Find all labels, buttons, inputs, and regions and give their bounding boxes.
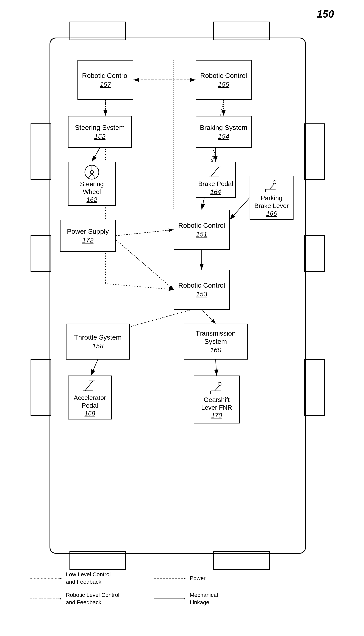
robotic-control-157-number: 157	[100, 81, 111, 88]
robotic-control-151-number: 151	[196, 230, 208, 238]
svg-marker-53	[184, 577, 186, 579]
svg-line-34	[88, 174, 92, 178]
diagram-number: 150	[317, 8, 334, 20]
svg-line-29	[230, 198, 250, 220]
steering-system-152-title: Steering System	[75, 124, 124, 132]
svg-rect-5	[31, 124, 51, 180]
mechanical-line-icon	[154, 597, 186, 601]
robotic-control-151-title: Robotic Control	[178, 221, 225, 230]
legend-item-mechanical: MechanicalLinkage	[154, 591, 234, 606]
accelerator-pedal-168-box: Accelerator Pedal 168	[68, 376, 112, 419]
svg-rect-4	[214, 22, 270, 40]
diagram-svg	[0, 0, 364, 636]
robotic-control-155-number: 155	[218, 81, 230, 88]
svg-rect-7	[31, 360, 51, 415]
svg-rect-9	[31, 236, 51, 272]
steering-system-152-box: Steering System 152	[68, 116, 132, 148]
legend: Low Level Controland Feedback Power Robo…	[30, 571, 330, 606]
steering-wheel-icon	[84, 164, 100, 180]
brake-pedal-164-box: Brake Pedal 164	[196, 162, 236, 198]
brake-pedal-164-number: 164	[210, 188, 221, 196]
robotic-control-153-box: Robotic Control 153	[174, 270, 230, 310]
svg-marker-55	[60, 598, 62, 600]
svg-line-26	[202, 310, 216, 324]
robotic-control-157-title: Robotic Control	[82, 72, 129, 80]
robotic-control-153-title: Robotic Control	[178, 281, 225, 289]
legend-item-power: Power	[154, 571, 234, 585]
brake-pedal-164-title: Brake Pedal	[198, 180, 233, 188]
svg-line-16	[92, 148, 100, 162]
throttle-system-158-box: Throttle System 158	[66, 324, 130, 360]
svg-line-47	[215, 385, 220, 391]
brake-pedal-icon	[208, 164, 224, 180]
robotic-control-151-box: Robotic Control 151	[174, 210, 230, 250]
legend-item-robotic-level: Robotic Level Controland Feedback	[30, 591, 134, 606]
svg-line-20	[116, 230, 174, 236]
svg-line-24	[106, 284, 174, 290]
gearshift-icon	[209, 380, 225, 396]
power-supply-172-box: Power Supply 172	[60, 220, 116, 252]
throttle-system-158-title: Throttle System	[74, 333, 122, 341]
svg-line-25	[120, 310, 192, 330]
transmission-system-160-number: 160	[210, 346, 222, 354]
svg-line-27	[91, 360, 98, 376]
steering-wheel-162-number: 162	[86, 196, 97, 203]
steering-wheel-162-box: Steering Wheel 162	[68, 162, 116, 206]
svg-line-43	[85, 381, 93, 391]
throttle-system-158-number: 158	[92, 342, 104, 350]
svg-rect-8	[304, 360, 324, 415]
power-line-icon	[154, 576, 186, 580]
braking-system-154-title: Braking System	[200, 124, 248, 132]
parking-brake-lever-166-box: Parking Brake Lever 166	[250, 176, 294, 220]
svg-point-46	[218, 382, 221, 385]
braking-system-154-box: Braking System 154	[196, 116, 252, 148]
robotic-control-157-box: Robotic Control 157	[78, 60, 134, 100]
power-supply-172-title: Power Supply	[67, 227, 109, 236]
legend-item-low-level: Low Level Controland Feedback	[30, 571, 134, 585]
accelerator-pedal-icon	[82, 378, 98, 394]
steering-wheel-162-title: Steering Wheel	[70, 180, 114, 196]
parking-brake-lever-166-title: Parking Brake Lever	[252, 194, 291, 210]
transmission-system-160-box: Transmission System 160	[184, 324, 248, 360]
braking-system-154-number: 154	[218, 133, 230, 140]
svg-line-21	[116, 240, 174, 290]
gearshift-lever-170-box: Gearshift Lever FNR 170	[194, 376, 240, 423]
robotic-control-155-box: Robotic Control 155	[196, 60, 252, 100]
legend-low-level-label: Low Level Controland Feedback	[66, 571, 110, 585]
legend-power-label: Power	[190, 575, 206, 581]
diagram-container: 150	[0, 0, 364, 636]
accelerator-pedal-168-title: Accelerator Pedal	[70, 394, 110, 409]
svg-rect-6	[304, 124, 324, 180]
svg-rect-3	[70, 22, 126, 40]
svg-line-35	[92, 174, 96, 178]
svg-point-32	[90, 171, 94, 174]
steering-system-152-number: 152	[94, 133, 106, 140]
svg-line-36	[211, 167, 219, 177]
legend-robotic-level-label: Robotic Level Controland Feedback	[66, 591, 120, 606]
svg-marker-51	[60, 577, 62, 579]
gearshift-lever-170-title: Gearshift Lever FNR	[196, 396, 238, 411]
transmission-system-160-title: Transmission System	[186, 329, 246, 346]
robotic-control-153-number: 153	[196, 290, 208, 298]
svg-point-39	[273, 181, 276, 184]
low-level-line-icon	[30, 576, 62, 580]
gearshift-lever-170-number: 170	[211, 412, 222, 419]
legend-mechanical-label: MechanicalLinkage	[190, 591, 218, 606]
robotic-control-155-title: Robotic Control	[200, 72, 247, 80]
accelerator-pedal-168-number: 168	[84, 410, 95, 417]
svg-marker-57	[184, 598, 186, 600]
svg-line-28	[216, 360, 217, 376]
parking-brake-icon	[264, 178, 280, 194]
robotic-level-line-icon	[30, 597, 62, 601]
svg-line-40	[270, 184, 274, 189]
svg-rect-11	[70, 551, 126, 569]
parking-brake-lever-166-number: 166	[266, 210, 277, 217]
power-supply-172-number: 172	[82, 236, 94, 244]
svg-rect-12	[214, 551, 270, 569]
svg-rect-10	[304, 236, 324, 272]
